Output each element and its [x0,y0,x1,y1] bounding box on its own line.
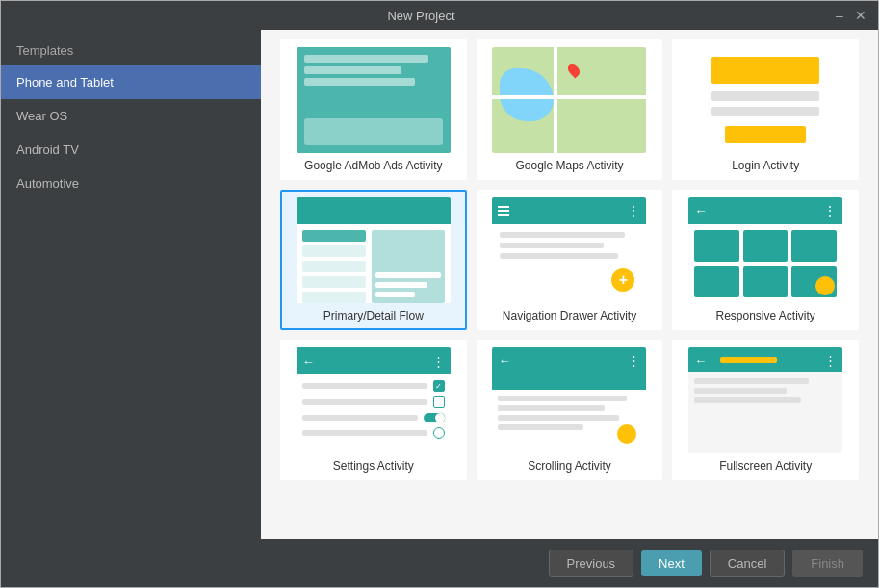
sidebar: Templates Phone and Tablet Wear OS Andro… [1,30,261,539]
template-card-admob[interactable]: Google AdMob Ads Activity [280,39,467,180]
template-card-login[interactable]: Login Activity [672,39,859,180]
dialog-title: New Project [11,9,832,23]
template-card-nav-drawer[interactable]: ⋮ + Navigation D [477,190,663,330]
template-preview-admob [297,47,451,153]
template-preview-primary-detail [297,197,451,303]
template-label-fullscreen: Fullscreen Activity [719,459,812,473]
template-preview-scrolling: ← ⋮ [492,347,646,453]
template-card-primary-detail[interactable]: Primary/Detail Flow [280,190,467,330]
template-label-scrolling: Scrolling Activity [528,459,611,473]
next-button[interactable]: Next [641,550,702,576]
finish-button[interactable]: Finish [792,550,863,577]
content-area: Templates Phone and Tablet Wear OS Andro… [1,30,878,539]
template-preview-login [688,47,842,153]
sidebar-item-android-tv[interactable]: Android TV [1,133,261,166]
sidebar-section-header: Templates [1,30,261,65]
template-label-nav-drawer: Navigation Drawer Activity [503,309,636,322]
cancel-button[interactable]: Cancel [710,550,785,577]
previous-button[interactable]: Previous [549,550,634,577]
template-card-settings[interactable]: ← ⋮ [280,340,467,480]
template-preview-maps [492,47,646,153]
template-label-primary-detail: Primary/Detail Flow [323,309,424,322]
template-preview-nav-drawer: ⋮ + [492,197,646,303]
main-scroll-wrapper: Google AdMob Ads Activity Google Maps Ac… [261,30,878,539]
templates-grid: Google AdMob Ads Activity Google Maps Ac… [261,30,878,539]
template-preview-responsive: ← ⋮ [688,197,842,303]
template-card-responsive[interactable]: ← ⋮ [672,190,859,330]
template-preview-settings: ← ⋮ [297,347,451,453]
close-button[interactable]: ✕ [853,8,868,23]
titlebar-controls: – ✕ [832,8,868,23]
sidebar-item-wear-os[interactable]: Wear OS [1,99,261,133]
minimize-button[interactable]: – [832,8,847,23]
sidebar-item-automotive[interactable]: Automotive [1,166,261,200]
footer: Previous Next Cancel Finish [1,539,878,587]
template-preview-fullscreen: ← ⋮ [688,347,842,453]
template-card-fullscreen[interactable]: ← ⋮ Fullscreen Activity [672,340,859,480]
sidebar-item-phone-tablet[interactable]: Phone and Tablet [1,65,261,99]
titlebar: New Project – ✕ [1,1,878,30]
template-label-responsive: Responsive Activity [715,309,814,322]
template-label-maps: Google Maps Activity [515,159,623,172]
new-project-dialog: New Project – ✕ Templates Phone and Tabl… [0,0,879,588]
template-card-maps[interactable]: Google Maps Activity [477,39,663,180]
template-label-admob: Google AdMob Ads Activity [304,159,442,172]
template-label-login: Login Activity [732,159,799,172]
template-card-scrolling[interactable]: ← ⋮ Scr [477,340,663,480]
template-label-settings: Settings Activity [333,459,414,473]
